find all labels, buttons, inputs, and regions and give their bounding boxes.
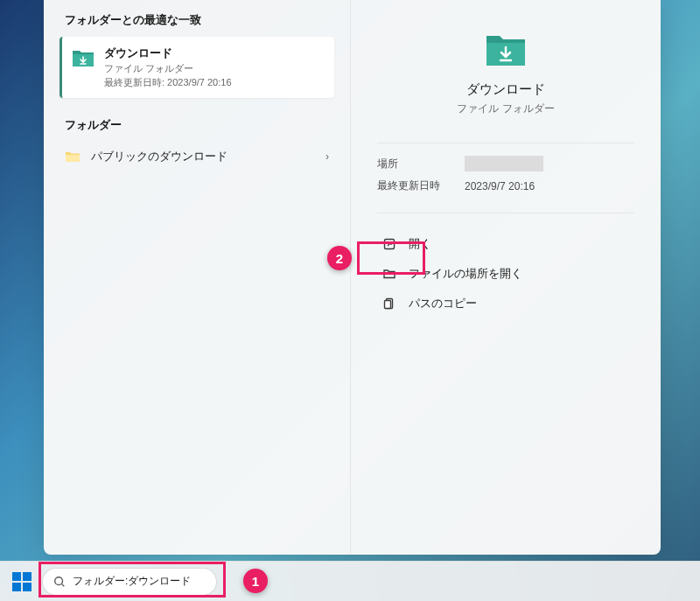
folder-result-label: パブリックのダウンロード	[91, 149, 228, 164]
best-match-subtitle: ファイル フォルダー	[104, 62, 324, 75]
preview-panel: ダウンロード ファイル フォルダー 場所 最終更新日時 2023/9/7 20:…	[350, 0, 661, 555]
download-folder-icon	[71, 47, 95, 68]
svg-rect-2	[385, 301, 391, 309]
folder-open-icon	[382, 267, 396, 281]
copy-path-action[interactable]: パスのコピー	[377, 289, 634, 318]
open-action[interactable]: 開く	[377, 229, 634, 259]
open-icon	[382, 237, 396, 251]
preview-header: ダウンロード ファイル フォルダー	[377, 31, 634, 116]
annotation-callout-2: 2	[327, 246, 352, 270]
taskbar-search[interactable]	[42, 568, 217, 596]
divider	[377, 213, 634, 213]
location-label: 場所	[377, 157, 465, 171]
folder-result-public-downloads[interactable]: パブリックのダウンロード ›	[60, 142, 334, 171]
open-location-label: ファイルの場所を開く	[409, 266, 522, 282]
taskbar	[0, 561, 700, 601]
modified-value: 2023/9/7 20:16	[465, 180, 535, 192]
results-list-panel: フォルダーとの最適な一致 ダウンロード ファイル フォルダー 最終更新日時: 2…	[44, 0, 350, 555]
folder-icon	[65, 150, 80, 164]
chevron-right-icon: ›	[326, 150, 329, 163]
best-match-meta: 最終更新日時: 2023/9/7 20:16	[104, 76, 324, 89]
copy-icon	[382, 297, 396, 311]
start-button[interactable]	[7, 567, 37, 597]
open-location-action[interactable]: ファイルの場所を開く	[377, 259, 634, 289]
search-input[interactable]	[73, 576, 206, 588]
preview-subtitle: ファイル フォルダー	[457, 101, 554, 116]
svg-point-3	[55, 577, 63, 584]
windows-logo-icon	[12, 572, 32, 591]
preview-title: ダウンロード	[466, 81, 545, 98]
modified-label: 最終更新日時	[377, 178, 465, 193]
annotation-callout-1: 1	[243, 569, 268, 593]
download-folder-icon	[484, 31, 528, 69]
modified-row: 最終更新日時 2023/9/7 20:16	[377, 178, 634, 193]
best-match-title: ダウンロード	[104, 45, 324, 61]
open-label: 開く	[409, 236, 431, 252]
best-match-header: フォルダーとの最適な一致	[60, 12, 334, 28]
best-match-content: ダウンロード ファイル フォルダー 最終更新日時: 2023/9/7 20:16	[104, 45, 324, 89]
folder-section-header: フォルダー	[60, 117, 334, 133]
location-row: 場所	[377, 156, 634, 171]
location-value-redacted	[465, 156, 543, 171]
best-match-result[interactable]: ダウンロード ファイル フォルダー 最終更新日時: 2023/9/7 20:16	[60, 37, 334, 98]
search-icon	[53, 576, 66, 588]
search-results-panel: フォルダーとの最適な一致 ダウンロード ファイル フォルダー 最終更新日時: 2…	[44, 0, 661, 555]
divider	[377, 143, 634, 143]
copy-path-label: パスのコピー	[409, 296, 477, 311]
